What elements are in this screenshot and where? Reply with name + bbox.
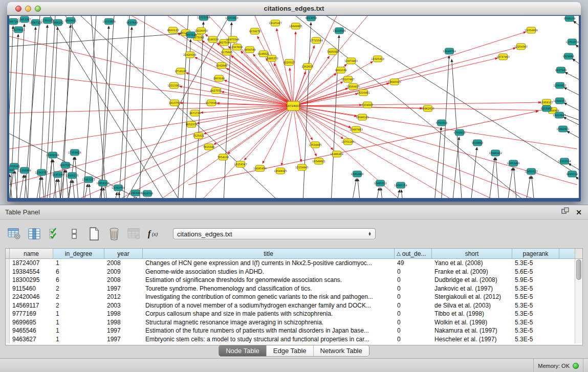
- cell-name[interactable]: 18724007: [10, 259, 53, 268]
- cell-pagerank[interactable]: 5.3E-5: [512, 301, 559, 310]
- cell-in_degree[interactable]: 2: [53, 293, 104, 301]
- cell-title[interactable]: Embryonic stem cells: a model to study s…: [143, 335, 395, 344]
- cell-pagerank[interactable]: 5.9E-5: [512, 276, 559, 285]
- cell-title[interactable]: Structural magnetic resonance image aver…: [143, 318, 395, 327]
- cell-short[interactable]: Wolkin et al. (1998): [432, 318, 512, 327]
- cell-name[interactable]: 9115460: [10, 285, 53, 293]
- network-window-titlebar[interactable]: citations_edges.txt: [7, 2, 581, 15]
- column-header-short[interactable]: short: [432, 249, 512, 259]
- close-panel-icon[interactable]: ✕: [576, 209, 582, 216]
- cell-year[interactable]: 2003: [104, 301, 143, 310]
- column-header-in_degree[interactable]: in_degree: [53, 249, 104, 259]
- network-canvas[interactable]: 8660123891295518226058182750488186328982…: [9, 16, 579, 198]
- cell-out_degree[interactable]: 0: [395, 276, 432, 285]
- cell-pagerank[interactable]: 5.3E-5: [512, 335, 559, 344]
- cell-short[interactable]: Franke et al. (2009): [432, 268, 512, 276]
- cell-out_degree[interactable]: 0: [395, 326, 432, 335]
- cell-out_degree[interactable]: 0: [395, 293, 432, 301]
- column-header-year[interactable]: year: [104, 249, 143, 259]
- cell-in_degree[interactable]: 2: [53, 301, 104, 310]
- tab-node-table[interactable]: Node Table: [219, 345, 266, 356]
- cell-short[interactable]: Stergiakouli et al. (2012): [432, 293, 512, 301]
- table-row[interactable]: 969969511998Structural magnetic resonanc…: [6, 318, 582, 327]
- cell-title[interactable]: Investigating the contribution of common…: [143, 293, 395, 301]
- cell-title[interactable]: Corpus callosum shape and size in male p…: [143, 310, 395, 318]
- table-row[interactable]: 1872400712008Changes of HCN gene express…: [6, 259, 582, 268]
- cell-pagerank[interactable]: 5.3E-5: [512, 259, 559, 268]
- close-window-button[interactable]: [15, 6, 21, 12]
- cell-short[interactable]: Nakamura et al. (1997): [432, 326, 512, 335]
- cell-year[interactable]: 2008: [104, 259, 143, 268]
- cell-year[interactable]: 1997: [104, 335, 143, 344]
- vertical-scrollbar[interactable]: [575, 259, 582, 343]
- cell-year[interactable]: 1998: [104, 310, 143, 318]
- cell-pagerank[interactable]: 5.3E-5: [512, 285, 559, 293]
- table-row[interactable]: 946554611997Estimation of the future num…: [6, 326, 582, 335]
- table-row[interactable]: 2242004622012Investigating the contribut…: [6, 293, 582, 301]
- scrollbar-thumb[interactable]: [576, 259, 581, 280]
- zoom-window-button[interactable]: [35, 6, 41, 12]
- cell-out_degree[interactable]: 0: [395, 310, 432, 318]
- cell-name[interactable]: 19384554: [10, 268, 53, 276]
- table-row[interactable]: 946362711997Embryonic stem cells: a mode…: [6, 335, 582, 344]
- rows-icon[interactable]: [67, 227, 81, 241]
- cell-in_degree[interactable]: 1: [53, 318, 104, 327]
- table-row[interactable]: 1938455462009Genome-wide association stu…: [6, 268, 582, 276]
- cell-title[interactable]: Estimation of significance thresholds fo…: [143, 276, 395, 285]
- cell-pagerank[interactable]: 5.5E-5: [512, 293, 559, 301]
- cell-short[interactable]: Jankovic et al. (1997): [432, 285, 512, 293]
- cell-in_degree[interactable]: 1: [53, 326, 104, 335]
- cell-title[interactable]: Tourette syndrome. Phenomenology and cla…: [143, 285, 395, 293]
- cell-year[interactable]: 1997: [104, 285, 143, 293]
- new-table-icon[interactable]: [87, 227, 101, 241]
- minimize-window-button[interactable]: [25, 6, 31, 12]
- cell-pagerank[interactable]: 5.6E-5: [512, 268, 559, 276]
- cell-name[interactable]: 9465546: [10, 326, 53, 335]
- cell-out_degree[interactable]: 0: [395, 318, 432, 327]
- cell-short[interactable]: de Silva et al. (2003): [432, 301, 512, 310]
- column-chooser-icon[interactable]: [27, 227, 41, 241]
- cell-year[interactable]: 1997: [104, 326, 143, 335]
- cell-short[interactable]: Dudbridge et al. (2008): [432, 276, 512, 285]
- cell-name[interactable]: 9777169: [10, 310, 53, 318]
- cell-out_degree[interactable]: 49: [395, 259, 432, 268]
- cell-name[interactable]: 9463627: [10, 335, 53, 344]
- cell-pagerank[interactable]: 5.3E-5: [512, 326, 559, 335]
- cell-short[interactable]: Yano et al. (2008): [432, 259, 512, 268]
- table-row[interactable]: 977716911998Corpus callosum shape and si…: [6, 310, 582, 318]
- function-builder-icon[interactable]: f (x): [147, 227, 161, 241]
- cell-in_degree[interactable]: 6: [53, 268, 104, 276]
- table-selector-dropdown[interactable]: citations_edges.txt ▲▼: [173, 228, 376, 239]
- cell-in_degree[interactable]: 1: [53, 259, 104, 268]
- checklist-icon[interactable]: [47, 227, 61, 241]
- cell-name[interactable]: 18300295: [10, 276, 53, 285]
- cell-short[interactable]: Tibbo et al. (1998): [432, 310, 512, 318]
- cell-in_degree[interactable]: 1: [53, 310, 104, 318]
- cell-year[interactable]: 2012: [104, 293, 143, 301]
- cell-year[interactable]: 2008: [104, 276, 143, 285]
- table-row[interactable]: 1456911722003Disruption of a novel membe…: [6, 301, 582, 310]
- cell-title[interactable]: Genome-wide association studies in ADHD.: [143, 268, 395, 276]
- column-header-name[interactable]: name: [10, 249, 53, 259]
- cell-title[interactable]: Estimation of the future numbers of pati…: [143, 326, 395, 335]
- table-row[interactable]: 911546021997Tourette syndrome. Phenomeno…: [6, 285, 582, 293]
- cell-short[interactable]: Hescheler et al. (1997): [432, 335, 512, 344]
- memory-indicator[interactable]: Memory: OK: [533, 359, 583, 372]
- cell-in_degree[interactable]: 2: [53, 285, 104, 293]
- delete-table-icon[interactable]: [107, 227, 121, 241]
- tab-edge-table[interactable]: Edge Table: [266, 345, 313, 356]
- column-header-pagerank[interactable]: pagerank: [512, 249, 559, 259]
- cell-name[interactable]: 14569117: [10, 301, 53, 310]
- tab-network-table[interactable]: Network Table: [313, 345, 369, 356]
- cell-out_degree[interactable]: 0: [395, 285, 432, 293]
- cell-in_degree[interactable]: 6: [53, 276, 104, 285]
- column-header-out_degree[interactable]: △out_de...: [395, 249, 432, 259]
- cell-out_degree[interactable]: 0: [395, 301, 432, 310]
- cell-title[interactable]: Changes of HCN gene expression and I(f) …: [143, 259, 395, 268]
- cell-pagerank[interactable]: 5.3E-5: [512, 310, 559, 318]
- cell-out_degree[interactable]: 0: [395, 268, 432, 276]
- table-settings-icon[interactable]: [7, 227, 21, 241]
- cell-out_degree[interactable]: 0: [395, 335, 432, 344]
- table-row[interactable]: 1830029562008Estimation of significance …: [6, 276, 582, 285]
- cell-year[interactable]: 2009: [104, 268, 143, 276]
